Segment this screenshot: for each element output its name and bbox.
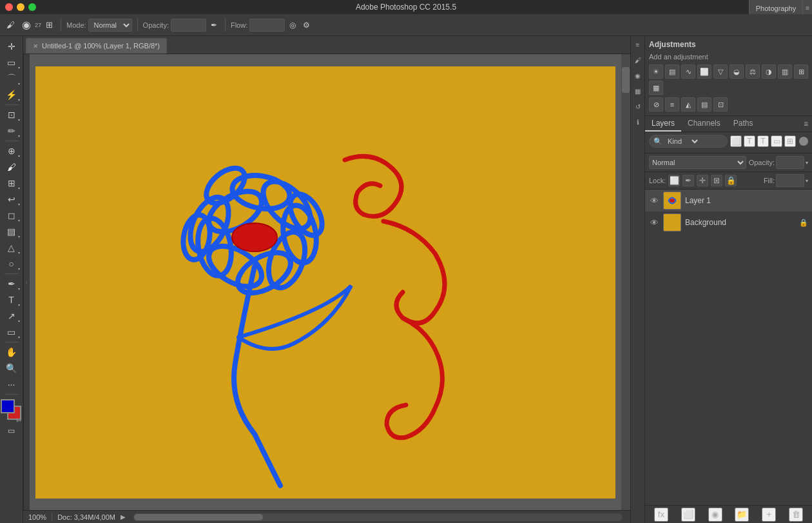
right-strip-info[interactable]: ℹ — [632, 116, 644, 128]
canvas-scrollbar-vertical[interactable] — [621, 54, 630, 510]
path-select-tool[interactable]: ↗▾ — [3, 308, 21, 324]
right-strip-brush[interactable]: 🖌 — [632, 54, 644, 66]
brush-preset-icon[interactable]: ◉ — [19, 17, 34, 32]
shape-tool[interactable]: ▭▾ — [3, 324, 21, 340]
airbrush-icon[interactable]: ◎ — [287, 19, 298, 31]
blend-mode-select[interactable]: Normal Multiply Screen Overlay — [649, 156, 746, 169]
fg-color-chip[interactable] — [1, 399, 15, 413]
vibrance-adj[interactable]: ▽ — [713, 64, 728, 79]
layers-panel-menu[interactable]: ≡ — [800, 117, 812, 131]
always-use-pressure-icon[interactable]: ✒ — [208, 19, 220, 31]
pen-tool[interactable]: ✒▾ — [3, 276, 21, 291]
channel-mixer-adj[interactable]: ⊞ — [794, 64, 808, 79]
right-strip-history[interactable]: ↺ — [632, 101, 644, 112]
screen-mode-btn[interactable]: ▭ — [3, 423, 21, 439]
canvas-tab[interactable]: ✕ Untitled-1 @ 100% (Layer 1, RGB/8*) — [26, 38, 167, 54]
patch-heal-tool[interactable]: ⊕▾ — [3, 143, 21, 159]
workspace-arrow[interactable]: ≡ — [802, 0, 812, 14]
tab-channels[interactable]: Channels — [681, 116, 727, 132]
clone-stamp-tool[interactable]: ⊞▾ — [3, 175, 21, 191]
lasso-tool[interactable]: ⌒▾ — [3, 71, 21, 86]
threshold-adj[interactable]: ◭ — [681, 97, 695, 112]
mode-select[interactable]: Normal Multiply Screen — [88, 19, 132, 32]
lock-pixels-btn[interactable]: ✒ — [682, 175, 694, 186]
lock-artboard-btn[interactable]: ⊠ — [711, 175, 722, 186]
layer-item-0[interactable]: 👁 Layer 1 — [645, 190, 812, 212]
workspace-name[interactable]: Photography — [749, 0, 802, 14]
layer-kind-select[interactable]: Kind Name Effect — [662, 135, 700, 148]
gradient-map-adj[interactable]: ▤ — [697, 97, 711, 112]
delete-layer-btn[interactable]: 🗑 — [789, 508, 803, 522]
brush-settings-icon[interactable]: ⊞ — [43, 19, 55, 31]
invert-adj[interactable]: ⊘ — [649, 97, 663, 112]
add-mask-btn[interactable]: ⬜ — [681, 508, 695, 522]
filter-pixel-icon[interactable]: ⬜ — [730, 135, 742, 147]
hsl-adj[interactable]: ◒ — [730, 64, 744, 79]
add-adjustment-btn[interactable]: ◉ — [708, 508, 722, 522]
lock-all-btn[interactable]: 🔒 — [725, 175, 737, 186]
add-fx-btn[interactable]: fx — [654, 508, 668, 522]
filter-toggle[interactable] — [799, 137, 808, 146]
status-arrow[interactable]: ▶ — [121, 513, 126, 520]
canvas[interactable] — [35, 66, 615, 498]
tab-paths[interactable]: Paths — [727, 116, 760, 132]
layer-1-visibility[interactable]: 👁 — [649, 218, 659, 228]
tool-sep-1 — [5, 104, 19, 105]
dodge-tool[interactable]: ○▾ — [3, 256, 21, 271]
selective-color-adj[interactable]: ⊡ — [713, 97, 728, 112]
right-strip-color[interactable]: ◉ — [632, 70, 644, 81]
add-layer-btn[interactable]: + — [762, 508, 776, 522]
brightness-contrast-adj[interactable]: ☀ — [649, 64, 663, 79]
brush-tool-icon[interactable]: 🖌 — [4, 19, 17, 31]
right-strip-swatches[interactable]: ▦ — [632, 85, 644, 97]
flow-input[interactable]: 100% — [249, 19, 285, 32]
eraser-tool[interactable]: ◻▾ — [3, 208, 21, 223]
curves-adj[interactable]: ∿ — [681, 64, 695, 79]
adjustment-strip-btn[interactable]: ≡ — [632, 39, 644, 50]
tab-close-icon[interactable]: ✕ — [33, 43, 38, 50]
search-icon: 🔍 — [653, 137, 662, 146]
lock-position-btn[interactable]: ✛ — [697, 175, 708, 186]
layer-0-visibility[interactable]: 👁 — [649, 196, 659, 206]
brush-tool-left[interactable]: 🖌 — [3, 159, 21, 175]
posterize-adj[interactable]: ≡ — [665, 97, 679, 112]
filter-smart-icon[interactable]: ⊞ — [784, 135, 796, 147]
lock-transparent-btn[interactable]: ⬜ — [668, 175, 680, 186]
opacity-value[interactable]: 100% — [776, 156, 804, 169]
smoothing-icon[interactable]: ⚙ — [300, 19, 313, 31]
canvas-scroll-thumb[interactable] — [622, 67, 630, 93]
crop-tool[interactable]: ⊡▾ — [3, 107, 21, 123]
filter-type-icon[interactable]: T — [757, 135, 769, 147]
close-button[interactable] — [5, 3, 13, 11]
filter-shape-icon[interactable]: ▭ — [771, 135, 782, 147]
more-tools-btn[interactable]: ··· — [3, 377, 21, 392]
filter-adjustment-icon[interactable]: T — [744, 135, 755, 147]
left-tools-panel: ✛ ▭▾ ⌒▾ ⚡▾ ⊡▾ ✏▾ ⊕▾ 🖌 ⊞▾ ↩▾ ◻▾ ▤▾ △▾ ○▾ … — [0, 36, 23, 523]
exposure-adj[interactable]: ⬜ — [697, 64, 711, 79]
levels-adj[interactable]: ▤ — [665, 64, 679, 79]
bw-adj[interactable]: ◑ — [762, 64, 776, 79]
minimize-button[interactable] — [17, 3, 24, 11]
color-balance-adj[interactable]: ⚖ — [746, 64, 760, 79]
type-tool[interactable]: T▾ — [3, 292, 21, 308]
move-tool[interactable]: ✛ — [3, 39, 21, 54]
collapse-handle[interactable]: › — [23, 54, 30, 510]
blur-tool[interactable]: △▾ — [3, 240, 21, 255]
hand-tool[interactable]: ✋ — [3, 344, 21, 360]
gradient-tool[interactable]: ▤▾ — [3, 224, 21, 239]
color-lookup-adj[interactable]: ▦ — [649, 81, 663, 95]
history-brush-tool[interactable]: ↩▾ — [3, 192, 21, 207]
rect-select-tool[interactable]: ▭▾ — [3, 55, 21, 70]
canvas-wrapper[interactable] — [30, 54, 621, 510]
add-group-btn[interactable]: 📁 — [735, 508, 749, 522]
maximize-button[interactable] — [28, 3, 36, 11]
opacity-input[interactable]: 100% — [171, 19, 206, 32]
zoom-tool[interactable]: 🔍 — [3, 360, 21, 376]
layer-item-1[interactable]: 👁 Background 🔒 — [645, 212, 812, 233]
tab-layers[interactable]: Layers — [645, 116, 681, 132]
eyedropper-tool[interactable]: ✏▾ — [3, 123, 21, 139]
magic-wand-tool[interactable]: ⚡▾ — [3, 87, 21, 103]
scrollbar-horizontal[interactable] — [133, 513, 623, 521]
photo-filter-adj[interactable]: ▥ — [778, 64, 792, 79]
fill-value[interactable]: 100% — [776, 174, 804, 187]
